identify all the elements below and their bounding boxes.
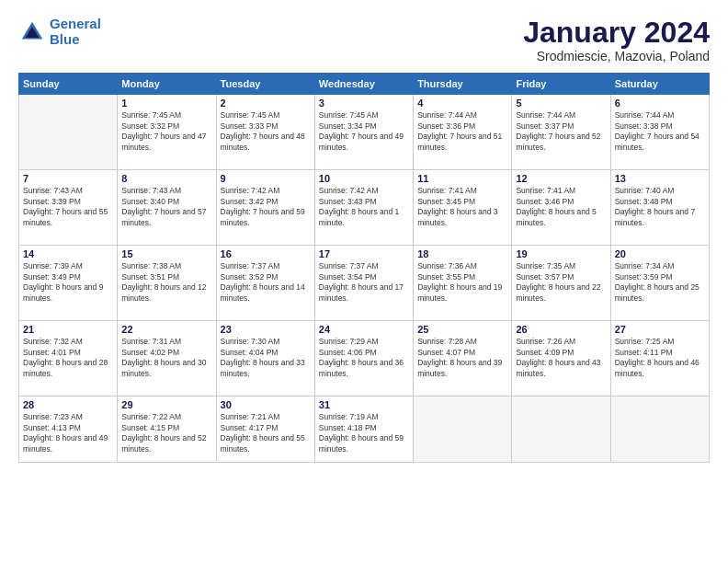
table-cell: 3Sunrise: 7:45 AMSunset: 3:34 PMDaylight… xyxy=(314,95,413,170)
table-cell: 13Sunrise: 7:40 AMSunset: 3:48 PMDayligh… xyxy=(610,170,709,246)
table-cell xyxy=(19,95,118,170)
table-cell: 22Sunrise: 7:31 AMSunset: 4:02 PMDayligh… xyxy=(118,321,216,396)
day-detail: Sunrise: 7:30 AMSunset: 4:04 PMDaylight:… xyxy=(221,337,311,379)
table-cell: 4Sunrise: 7:44 AMSunset: 3:36 PMDaylight… xyxy=(414,95,512,170)
day-detail: Sunrise: 7:44 AMSunset: 3:37 PMDaylight:… xyxy=(516,110,606,153)
table-cell xyxy=(512,396,610,463)
day-number: 10 xyxy=(319,173,409,184)
table-cell: 15Sunrise: 7:38 AMSunset: 3:51 PMDayligh… xyxy=(118,246,216,321)
day-number: 17 xyxy=(319,248,409,259)
week-row-3: 14Sunrise: 7:39 AMSunset: 3:49 PMDayligh… xyxy=(19,246,710,321)
day-number: 2 xyxy=(221,98,311,109)
day-detail: Sunrise: 7:45 AMSunset: 3:32 PMDaylight:… xyxy=(121,110,211,153)
week-row-5: 28Sunrise: 7:23 AMSunset: 4:13 PMDayligh… xyxy=(19,396,710,463)
table-cell: 11Sunrise: 7:41 AMSunset: 3:45 PMDayligh… xyxy=(414,170,512,246)
day-number: 14 xyxy=(23,248,113,259)
day-number: 26 xyxy=(516,324,606,335)
table-cell: 2Sunrise: 7:45 AMSunset: 3:33 PMDaylight… xyxy=(216,95,314,170)
day-detail: Sunrise: 7:31 AMSunset: 4:02 PMDaylight:… xyxy=(121,337,211,379)
day-detail: Sunrise: 7:21 AMSunset: 4:17 PMDaylight:… xyxy=(221,412,311,454)
day-number: 23 xyxy=(221,324,311,335)
title-block: January 2024 Srodmiescie, Mazovia, Polan… xyxy=(523,17,710,63)
day-number: 31 xyxy=(319,399,409,410)
day-detail: Sunrise: 7:41 AMSunset: 3:46 PMDaylight:… xyxy=(516,186,606,228)
day-number: 28 xyxy=(23,399,113,410)
day-number: 8 xyxy=(121,173,211,184)
day-number: 22 xyxy=(121,324,211,335)
day-number: 25 xyxy=(417,324,507,335)
day-detail: Sunrise: 7:36 AMSunset: 3:55 PMDaylight:… xyxy=(417,261,507,304)
day-detail: Sunrise: 7:25 AMSunset: 4:11 PMDaylight:… xyxy=(615,337,705,379)
day-detail: Sunrise: 7:44 AMSunset: 3:36 PMDaylight:… xyxy=(417,110,507,153)
day-detail: Sunrise: 7:38 AMSunset: 3:51 PMDaylight:… xyxy=(121,261,211,304)
header: General Blue January 2024 Srodmiescie, M… xyxy=(18,17,710,63)
table-cell: 9Sunrise: 7:42 AMSunset: 3:42 PMDaylight… xyxy=(216,170,314,246)
table-cell: 1Sunrise: 7:45 AMSunset: 3:32 PMDaylight… xyxy=(118,95,216,170)
month-title: January 2024 xyxy=(523,17,710,49)
week-row-1: 1Sunrise: 7:45 AMSunset: 3:32 PMDaylight… xyxy=(19,95,710,170)
logo-text: General Blue xyxy=(50,17,101,47)
page: General Blue January 2024 Srodmiescie, M… xyxy=(0,0,728,563)
day-number: 27 xyxy=(615,324,705,335)
table-cell: 14Sunrise: 7:39 AMSunset: 3:49 PMDayligh… xyxy=(19,246,118,321)
table-cell xyxy=(610,396,709,463)
day-number: 16 xyxy=(221,248,311,259)
day-number: 15 xyxy=(121,248,211,259)
day-number: 6 xyxy=(615,98,705,109)
table-cell: 25Sunrise: 7:28 AMSunset: 4:07 PMDayligh… xyxy=(414,321,512,396)
table-cell: 23Sunrise: 7:30 AMSunset: 4:04 PMDayligh… xyxy=(216,321,314,396)
day-number: 19 xyxy=(516,248,606,259)
day-detail: Sunrise: 7:43 AMSunset: 3:40 PMDaylight:… xyxy=(121,186,211,228)
col-header-monday: Monday xyxy=(118,74,216,95)
table-cell: 29Sunrise: 7:22 AMSunset: 4:15 PMDayligh… xyxy=(118,396,216,463)
table-cell: 31Sunrise: 7:19 AMSunset: 4:18 PMDayligh… xyxy=(314,396,413,463)
day-detail: Sunrise: 7:37 AMSunset: 3:54 PMDaylight:… xyxy=(319,261,409,304)
col-header-saturday: Saturday xyxy=(610,74,709,95)
table-cell: 30Sunrise: 7:21 AMSunset: 4:17 PMDayligh… xyxy=(216,396,314,463)
col-header-wednesday: Wednesday xyxy=(314,74,413,95)
day-number: 21 xyxy=(23,324,113,335)
day-detail: Sunrise: 7:43 AMSunset: 3:39 PMDaylight:… xyxy=(23,186,113,228)
day-detail: Sunrise: 7:22 AMSunset: 4:15 PMDaylight:… xyxy=(121,412,211,454)
col-header-friday: Friday xyxy=(512,74,610,95)
calendar-table: Sunday Monday Tuesday Wednesday Thursday… xyxy=(18,73,710,463)
day-detail: Sunrise: 7:39 AMSunset: 3:49 PMDaylight:… xyxy=(23,261,113,304)
col-header-sunday: Sunday xyxy=(19,74,118,95)
table-cell: 19Sunrise: 7:35 AMSunset: 3:57 PMDayligh… xyxy=(512,246,610,321)
day-number: 24 xyxy=(319,324,409,335)
day-detail: Sunrise: 7:45 AMSunset: 3:33 PMDaylight:… xyxy=(221,110,311,153)
day-detail: Sunrise: 7:37 AMSunset: 3:52 PMDaylight:… xyxy=(221,261,311,304)
day-number: 9 xyxy=(221,173,311,184)
location: Srodmiescie, Mazovia, Poland xyxy=(523,49,710,63)
day-number: 7 xyxy=(23,173,113,184)
table-cell: 8Sunrise: 7:43 AMSunset: 3:40 PMDaylight… xyxy=(118,170,216,246)
day-number: 29 xyxy=(121,399,211,410)
day-number: 5 xyxy=(516,98,606,109)
logo-line2: Blue xyxy=(50,31,80,47)
table-cell: 10Sunrise: 7:42 AMSunset: 3:43 PMDayligh… xyxy=(314,170,413,246)
table-cell xyxy=(414,396,512,463)
day-number: 11 xyxy=(417,173,507,184)
day-detail: Sunrise: 7:32 AMSunset: 4:01 PMDaylight:… xyxy=(23,337,113,379)
table-cell: 18Sunrise: 7:36 AMSunset: 3:55 PMDayligh… xyxy=(414,246,512,321)
table-cell: 16Sunrise: 7:37 AMSunset: 3:52 PMDayligh… xyxy=(216,246,314,321)
day-detail: Sunrise: 7:35 AMSunset: 3:57 PMDaylight:… xyxy=(516,261,606,304)
day-detail: Sunrise: 7:42 AMSunset: 3:43 PMDaylight:… xyxy=(319,186,409,228)
table-cell: 28Sunrise: 7:23 AMSunset: 4:13 PMDayligh… xyxy=(19,396,118,463)
day-number: 20 xyxy=(615,248,705,259)
table-cell: 5Sunrise: 7:44 AMSunset: 3:37 PMDaylight… xyxy=(512,95,610,170)
day-detail: Sunrise: 7:41 AMSunset: 3:45 PMDaylight:… xyxy=(417,186,507,228)
day-number: 13 xyxy=(615,173,705,184)
day-detail: Sunrise: 7:29 AMSunset: 4:06 PMDaylight:… xyxy=(319,337,409,379)
week-row-4: 21Sunrise: 7:32 AMSunset: 4:01 PMDayligh… xyxy=(19,321,710,396)
day-detail: Sunrise: 7:26 AMSunset: 4:09 PMDaylight:… xyxy=(516,337,606,379)
table-cell: 21Sunrise: 7:32 AMSunset: 4:01 PMDayligh… xyxy=(19,321,118,396)
table-cell: 24Sunrise: 7:29 AMSunset: 4:06 PMDayligh… xyxy=(314,321,413,396)
day-detail: Sunrise: 7:19 AMSunset: 4:18 PMDaylight:… xyxy=(319,412,409,454)
day-detail: Sunrise: 7:28 AMSunset: 4:07 PMDaylight:… xyxy=(417,337,507,379)
week-row-2: 7Sunrise: 7:43 AMSunset: 3:39 PMDaylight… xyxy=(19,170,710,246)
day-detail: Sunrise: 7:34 AMSunset: 3:59 PMDaylight:… xyxy=(615,261,705,304)
day-number: 1 xyxy=(121,98,211,109)
calendar-header-row: Sunday Monday Tuesday Wednesday Thursday… xyxy=(19,74,710,95)
table-cell: 7Sunrise: 7:43 AMSunset: 3:39 PMDaylight… xyxy=(19,170,118,246)
